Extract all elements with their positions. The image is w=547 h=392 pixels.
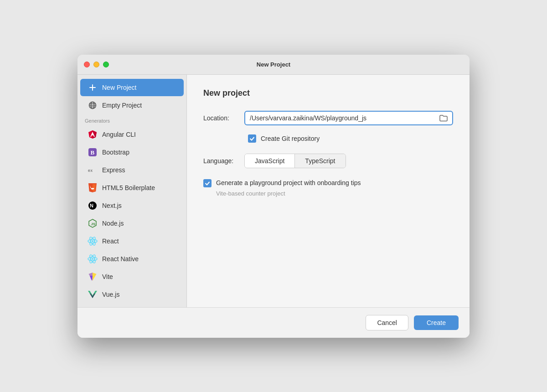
javascript-button[interactable]: JavaScript — [245, 154, 295, 168]
plus-icon — [88, 83, 98, 93]
minimize-button[interactable] — [93, 62, 99, 67]
location-input[interactable] — [250, 114, 437, 122]
sidebar-item-empty-project[interactable]: Empty Project — [80, 97, 184, 114]
bootstrap-icon: B — [88, 147, 98, 157]
git-repo-checkbox[interactable] — [248, 134, 256, 143]
sidebar-item-react-native[interactable]: React Native — [80, 250, 184, 268]
titlebar-title: New Project — [257, 61, 290, 68]
language-row: Language: JavaScript TypeScript — [203, 154, 453, 168]
close-button[interactable] — [84, 62, 90, 67]
sidebar-item-label: Vite — [102, 273, 113, 280]
sidebar-item-nodejs[interactable]: JS Node.js — [80, 215, 184, 232]
sidebar-item-label: Next.js — [102, 202, 122, 209]
location-row: Location: — [203, 111, 453, 125]
sidebar: New Project Empty Project Generators — [77, 75, 187, 307]
sidebar-item-label: React Native — [102, 255, 139, 263]
nodejs-icon: JS — [88, 218, 98, 228]
create-button[interactable]: Create — [414, 315, 459, 330]
sidebar-item-label: Empty Project — [102, 102, 142, 109]
maximize-button[interactable] — [103, 62, 109, 67]
react-native-icon — [88, 254, 98, 264]
vite-icon — [88, 272, 98, 282]
titlebar: New Project — [77, 55, 470, 75]
main-panel: New project Location: — [187, 75, 470, 307]
folder-icon[interactable] — [439, 114, 448, 122]
panel-title: New project — [203, 88, 453, 98]
sidebar-item-label: HTML5 Boilerplate — [102, 184, 155, 191]
cancel-button[interactable]: Cancel — [366, 315, 408, 330]
sidebar-item-label: Node.js — [102, 220, 124, 227]
dialog-content: New Project Empty Project Generators — [77, 75, 470, 307]
sidebar-item-label: Bootstrap — [102, 149, 129, 156]
svg-marker-30 — [93, 273, 97, 281]
sidebar-item-angular[interactable]: Angular CLI — [80, 126, 184, 143]
sidebar-item-bootstrap[interactable]: B Bootstrap — [80, 144, 184, 161]
svg-text:B: B — [91, 149, 95, 156]
globe-icon — [88, 100, 98, 110]
sidebar-item-nextjs[interactable]: N Next.js — [80, 197, 184, 214]
sidebar-item-vuejs[interactable]: Vue.js — [80, 286, 184, 303]
sidebar-item-new-project[interactable]: New Project — [80, 79, 184, 96]
location-input-wrapper[interactable] — [244, 111, 453, 125]
location-label: Location: — [203, 114, 244, 122]
git-repo-label: Create Git repository — [261, 135, 320, 142]
playground-label: Generate a playground project with onboa… — [216, 179, 361, 186]
nextjs-icon: N — [88, 201, 98, 211]
sidebar-item-react[interactable]: React — [80, 232, 184, 250]
typescript-button[interactable]: TypeScript — [295, 154, 345, 168]
svg-point-28 — [92, 258, 93, 260]
vuejs-icon — [88, 289, 98, 299]
sidebar-item-label: Vue.js — [102, 291, 119, 298]
sidebar-item-express[interactable]: ex Express — [80, 161, 184, 179]
react-icon — [88, 236, 98, 246]
express-icon: ex — [88, 165, 98, 175]
window-controls — [84, 62, 109, 67]
svg-point-24 — [92, 240, 93, 242]
sidebar-item-label: Angular CLI — [102, 131, 136, 138]
sidebar-item-html5[interactable]: HTML5 Boilerplate — [80, 179, 184, 196]
sidebar-item-label: New Project — [102, 84, 136, 91]
playground-row: Generate a playground project with onboa… — [203, 179, 453, 187]
sidebar-item-vite[interactable]: Vite — [80, 268, 184, 285]
svg-text:JS: JS — [91, 222, 96, 226]
sidebar-item-label: Express — [102, 166, 125, 174]
generators-section-label: Generators — [77, 114, 186, 125]
language-selector: JavaScript TypeScript — [244, 154, 346, 168]
html5-icon — [88, 183, 98, 193]
playground-checkbox[interactable] — [203, 179, 212, 187]
language-label: Language: — [203, 157, 244, 165]
footer: Cancel Create — [77, 307, 470, 338]
angular-icon — [88, 129, 98, 139]
playground-sub: Vite-based counter project — [216, 190, 453, 197]
sidebar-item-label: React — [102, 237, 119, 245]
new-project-dialog: New Project New Project — [77, 55, 470, 338]
svg-text:N: N — [90, 203, 93, 208]
git-repo-row: Create Git repository — [248, 134, 453, 143]
svg-text:ex: ex — [88, 168, 93, 173]
